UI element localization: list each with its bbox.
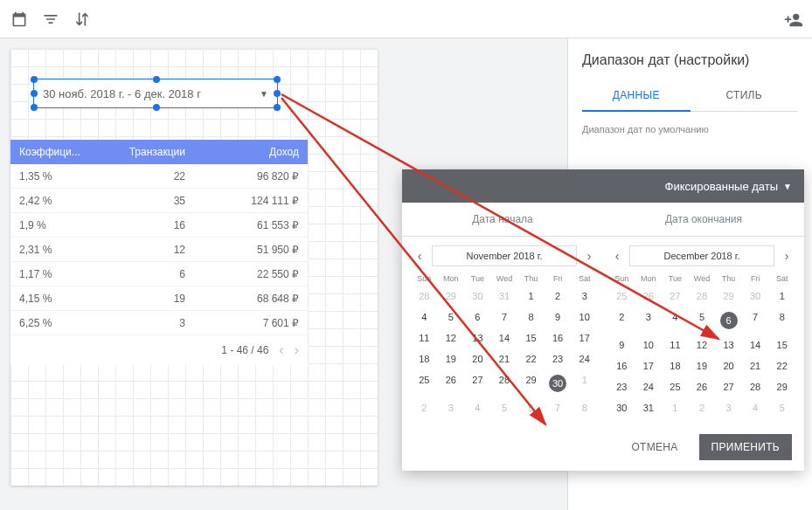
- table-row[interactable]: 2,31 %1251 950 ₽: [10, 238, 308, 262]
- filter-icon[interactable]: [42, 10, 59, 28]
- calendar-day[interactable]: 1: [662, 397, 689, 418]
- calendar-day[interactable]: 3: [715, 397, 742, 418]
- calendar-day[interactable]: 2: [689, 397, 716, 418]
- calendar-day[interactable]: 20: [464, 348, 491, 369]
- calendar-day[interactable]: 13: [464, 327, 491, 348]
- calendar-day[interactable]: 22: [768, 355, 795, 376]
- calendar-day[interactable]: 1: [768, 286, 795, 307]
- calendar-day[interactable]: 9: [608, 334, 635, 355]
- calendar-day[interactable]: 19: [438, 348, 465, 369]
- calendar-day[interactable]: 25: [411, 369, 438, 397]
- resize-handle[interactable]: [274, 76, 281, 83]
- table-row[interactable]: 1,35 %2296 820 ₽: [10, 164, 308, 189]
- calendar-day[interactable]: 6: [464, 307, 491, 327]
- calendar-day[interactable]: 5: [768, 397, 795, 418]
- calendar-day[interactable]: 11: [411, 327, 438, 348]
- calendar-day[interactable]: 5: [491, 397, 518, 418]
- table-row[interactable]: 1,9 %1661 553 ₽: [10, 213, 308, 238]
- calendar-day[interactable]: 3: [571, 286, 598, 307]
- apply-button[interactable]: ПРИМЕНИТЬ: [699, 434, 792, 460]
- calendar-day[interactable]: 29: [517, 369, 545, 397]
- tab-style[interactable]: СТИЛЬ: [691, 80, 799, 111]
- calendar-day[interactable]: 1: [571, 369, 598, 397]
- calendar-day[interactable]: 28: [491, 369, 518, 397]
- calendar-day[interactable]: 23: [545, 348, 572, 369]
- calendar-day[interactable]: 12: [438, 327, 465, 348]
- calendar-day[interactable]: 6: [715, 307, 742, 334]
- calendar-day[interactable]: 8: [768, 307, 795, 334]
- calendar-day[interactable]: 28: [689, 286, 716, 307]
- month-label[interactable]: December 2018 г.: [629, 245, 774, 266]
- date-mode-dropdown[interactable]: Фиксированные даты: [665, 180, 779, 193]
- table-row[interactable]: 2,42 %35124 111 ₽: [10, 189, 308, 213]
- report-canvas[interactable]: 30 нояб. 2018 г. - 6 дек. 2018 г ▼ Коэфф…: [10, 49, 378, 486]
- calendar-day[interactable]: 25: [608, 286, 635, 307]
- calendar-day[interactable]: 27: [662, 286, 689, 307]
- calendar-day[interactable]: 20: [715, 355, 742, 376]
- calendar-day[interactable]: 30: [545, 369, 572, 397]
- resize-handle[interactable]: [274, 90, 281, 97]
- resize-handle[interactable]: [31, 76, 38, 83]
- calendar-day[interactable]: 26: [689, 376, 716, 397]
- calendar-day[interactable]: 30: [608, 397, 635, 418]
- month-label[interactable]: November 2018 г.: [432, 245, 577, 266]
- calendar-day[interactable]: 10: [571, 307, 598, 327]
- calendar-day[interactable]: 30: [742, 286, 769, 307]
- calendar-day[interactable]: 29: [715, 286, 742, 307]
- calendar-day[interactable]: 15: [768, 334, 795, 355]
- table-row[interactable]: 1,17 %622 550 ₽: [10, 262, 308, 286]
- calendar-day[interactable]: 22: [517, 348, 545, 369]
- calendar-day[interactable]: 29: [438, 286, 465, 307]
- calendar-day[interactable]: 28: [742, 376, 769, 397]
- calendar-day[interactable]: 12: [689, 334, 716, 355]
- calendar-day[interactable]: 4: [662, 307, 689, 334]
- calendar-day[interactable]: 17: [571, 327, 598, 348]
- calendar-day[interactable]: 24: [571, 348, 598, 369]
- calendar-day[interactable]: 2: [545, 286, 572, 307]
- calendar-day[interactable]: 2: [411, 397, 438, 418]
- calendar-day[interactable]: 5: [438, 307, 465, 327]
- calendar-day[interactable]: 13: [715, 334, 742, 355]
- prev-month-icon[interactable]: ‹: [411, 247, 428, 265]
- tab-data[interactable]: ДАННЫЕ: [582, 80, 691, 112]
- calendar-day[interactable]: 9: [545, 307, 572, 327]
- calendar-day[interactable]: 27: [464, 369, 491, 397]
- sort-icon[interactable]: [73, 10, 91, 28]
- tab-start-date[interactable]: Дата начала: [402, 203, 603, 236]
- calendar-day[interactable]: 7: [742, 307, 769, 334]
- calendar-day[interactable]: 25: [662, 376, 689, 397]
- calendar-day[interactable]: 16: [545, 327, 572, 348]
- calendar-day[interactable]: 26: [635, 286, 663, 307]
- calendar-day[interactable]: 21: [491, 348, 518, 369]
- calendar-day[interactable]: 4: [742, 397, 769, 418]
- col-header[interactable]: Доход: [194, 146, 308, 158]
- calendar-day[interactable]: 18: [411, 348, 438, 369]
- date-range-widget[interactable]: 30 нояб. 2018 г. - 6 дек. 2018 г ▼: [33, 79, 278, 108]
- calendar-day[interactable]: 31: [491, 286, 518, 307]
- calendar-day[interactable]: 17: [635, 355, 663, 376]
- resize-handle[interactable]: [153, 76, 160, 83]
- calendar-day[interactable]: 29: [768, 376, 795, 397]
- calendar-day[interactable]: 1: [517, 286, 545, 307]
- calendar-day[interactable]: 27: [715, 376, 742, 397]
- next-month-icon[interactable]: ›: [778, 247, 795, 265]
- calendar-day[interactable]: 2: [608, 307, 635, 334]
- calendar-day[interactable]: 4: [411, 307, 438, 327]
- calendar-day[interactable]: 23: [608, 376, 635, 397]
- dropdown-arrow-icon[interactable]: ▼: [783, 182, 792, 191]
- calendar-day[interactable]: 28: [411, 286, 438, 307]
- calendar-day[interactable]: 10: [635, 334, 663, 355]
- calendar-day[interactable]: 21: [742, 355, 769, 376]
- calendar-day[interactable]: 14: [742, 334, 769, 355]
- calendar-day[interactable]: 30: [464, 286, 491, 307]
- calendar-day[interactable]: 6: [517, 397, 545, 418]
- calendar-day[interactable]: 11: [662, 334, 689, 355]
- cancel-button[interactable]: ОТМЕНА: [621, 434, 688, 460]
- calendar-day[interactable]: 15: [517, 327, 545, 348]
- calendar-day[interactable]: 4: [464, 397, 491, 418]
- calendar-day[interactable]: 3: [635, 307, 663, 334]
- calendar-day[interactable]: 16: [608, 355, 635, 376]
- resize-handle[interactable]: [153, 104, 160, 111]
- calendar-day[interactable]: 19: [689, 355, 716, 376]
- calendar-day[interactable]: 5: [689, 307, 716, 334]
